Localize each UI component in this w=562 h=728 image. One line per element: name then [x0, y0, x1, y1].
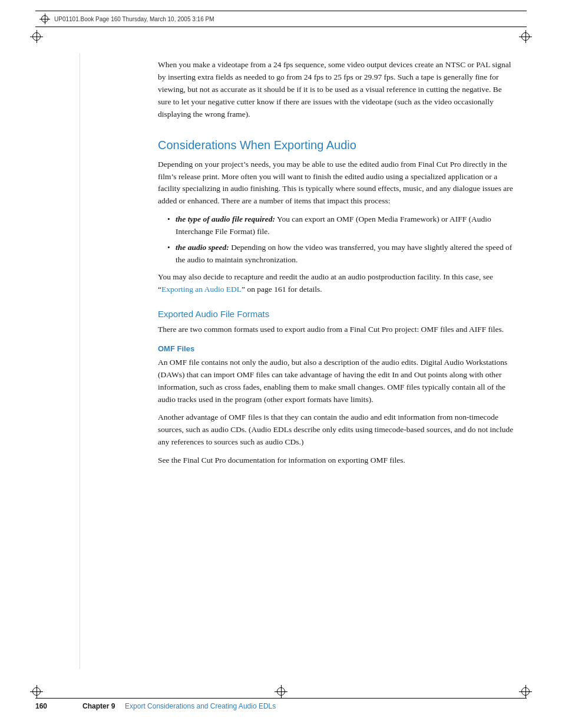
- omf-para1: An OMF file contains not only the audio,…: [158, 357, 515, 406]
- corner-crosshair-tr: [520, 31, 531, 42]
- header-text: UP01101.Book Page 160 Thursday, March 10…: [54, 16, 214, 22]
- intro-paragraph: When you make a videotape from a 24 fps …: [158, 59, 515, 121]
- bullet1-bold: the type of audio file required:: [176, 215, 275, 223]
- main-content: When you make a videotape from a 24 fps …: [158, 59, 515, 657]
- bullet2-bold: the audio speed:: [176, 243, 229, 252]
- omf-para2: Another advantage of OMF files is that t…: [158, 411, 515, 449]
- section1-para1: Depending on your project’s needs, you m…: [158, 159, 515, 208]
- section1-para2: You may also decide to recapture and ree…: [158, 271, 515, 296]
- bullet-item-2: the audio speed: Depending on how the vi…: [167, 242, 515, 266]
- bottom-center-crosshair: [275, 686, 287, 697]
- bullet-list: the type of audio file required: You can…: [167, 213, 515, 266]
- omf-files-heading: OMF Files: [158, 344, 515, 353]
- header-crosshair-icon: [40, 14, 49, 24]
- footer-separator: [117, 702, 123, 710]
- left-border-line: [80, 53, 80, 669]
- page-footer: 160 Chapter 9 Export Considerations and …: [35, 698, 527, 710]
- section2-heading: Exported Audio File Formats: [158, 309, 515, 319]
- corner-crosshair-tl: [31, 31, 42, 42]
- page-number: 160: [35, 702, 47, 710]
- footer-chapter-label: Chapter 9: [82, 702, 115, 710]
- bullet-item-1: the type of audio file required: You can…: [167, 213, 515, 238]
- exporting-audio-edl-link[interactable]: Exporting an Audio EDL: [161, 285, 242, 294]
- corner-crosshair-bl: [31, 686, 42, 697]
- page: UP01101.Book Page 160 Thursday, March 10…: [0, 0, 562, 728]
- section2-para1: There are two common formats used to exp…: [158, 324, 515, 336]
- corner-crosshair-br: [520, 686, 531, 697]
- footer-chapter: Chapter 9 Export Considerations and Crea…: [82, 702, 276, 710]
- section1-para2-end: ” on page 161 for details.: [242, 285, 322, 294]
- page-header: UP01101.Book Page 160 Thursday, March 10…: [35, 11, 527, 27]
- omf-para3: See the Final Cut Pro documentation for …: [158, 454, 515, 467]
- section1-heading: Considerations When Exporting Audio: [158, 137, 515, 153]
- footer-chapter-name: Export Considerations and Creating Audio…: [125, 702, 276, 710]
